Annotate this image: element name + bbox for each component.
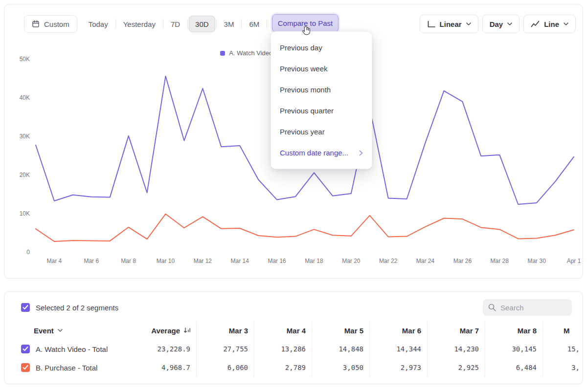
value-cell: 2,789 bbox=[254, 358, 312, 377]
y-axis-tick: 50K bbox=[20, 56, 30, 63]
separator bbox=[267, 19, 267, 29]
axis-icon bbox=[427, 21, 435, 28]
column-header-mar-7: Mar 7 bbox=[427, 321, 485, 340]
x-axis-tick: Mar 22 bbox=[379, 258, 398, 264]
segments-table: EventAverageMar 3Mar 4Mar 5Mar 6Mar 7Mar… bbox=[4, 321, 583, 380]
column-header-event[interactable]: Event bbox=[4, 321, 141, 340]
column-header-clipped: M bbox=[542, 321, 583, 340]
menu-item-label: Previous quarter bbox=[280, 107, 334, 115]
value-cell: 4,968.7 bbox=[141, 358, 196, 377]
y-axis-tick: 20K bbox=[20, 172, 30, 178]
value-cell: 2,925 bbox=[427, 358, 485, 377]
legend-swatch bbox=[220, 51, 225, 56]
x-axis-tick: Mar 6 bbox=[84, 258, 99, 264]
table-row-event[interactable]: A. Watch Video - Total bbox=[4, 340, 141, 358]
calendar-icon bbox=[32, 20, 40, 28]
series-line-purchase[interactable] bbox=[36, 214, 574, 241]
value-cell: 6,060 bbox=[196, 358, 254, 377]
column-header-mar-4: Mar 4 bbox=[254, 321, 312, 340]
table-row-event[interactable]: B. Purchase - Total bbox=[4, 358, 141, 377]
menu-item-previous-week[interactable]: Previous week bbox=[271, 58, 372, 79]
day-dropdown-button[interactable]: Day bbox=[482, 15, 520, 33]
menu-item-previous-month[interactable]: Previous month bbox=[271, 79, 372, 100]
line-chart-icon bbox=[531, 21, 540, 27]
value-cell: 14,848 bbox=[312, 340, 369, 358]
search-icon bbox=[488, 303, 497, 312]
line-label: Line bbox=[544, 20, 559, 28]
x-axis-tick: Mar 24 bbox=[416, 258, 435, 264]
segments-header-bar: Selected 2 of 2 segments bbox=[21, 299, 572, 316]
column-header-mar-5: Mar 5 bbox=[312, 321, 369, 340]
value-cell: 13,286 bbox=[254, 340, 312, 358]
row-checkbox[interactable] bbox=[21, 345, 30, 353]
x-axis-tick: Mar 18 bbox=[305, 258, 323, 264]
chevron-down-icon bbox=[507, 22, 512, 25]
column-header-mar-8: Mar 8 bbox=[485, 321, 542, 340]
range-button-6m[interactable]: 6M bbox=[243, 16, 266, 32]
value-cell: 3,050 bbox=[312, 358, 369, 377]
value-cell: 3, bbox=[542, 358, 583, 377]
menu-item-custom-date-range[interactable]: Custom date range... bbox=[271, 142, 372, 163]
search-box[interactable] bbox=[483, 299, 572, 316]
separator bbox=[115, 19, 116, 29]
separator bbox=[187, 19, 188, 29]
search-input[interactable] bbox=[500, 304, 567, 312]
y-axis-tick: 0 bbox=[26, 249, 30, 256]
day-label: Day bbox=[490, 20, 503, 28]
custom-date-button[interactable]: Custom bbox=[24, 15, 77, 33]
x-axis-tick: Mar 16 bbox=[268, 258, 286, 264]
chart-options-group: LinearDayLine bbox=[420, 15, 576, 33]
range-button-3m[interactable]: 3M bbox=[218, 16, 241, 32]
separator bbox=[216, 19, 217, 29]
chevron-right-icon bbox=[359, 150, 363, 156]
segments-panel: Selected 2 of 2 segments EventAverageMar… bbox=[4, 291, 583, 384]
menu-item-label: Previous week bbox=[280, 65, 328, 73]
value-cell: 14,230 bbox=[427, 340, 485, 358]
value-cell: 14,344 bbox=[369, 340, 427, 358]
column-header-average[interactable]: Average bbox=[141, 321, 196, 340]
x-axis-tick: Mar 12 bbox=[194, 258, 212, 264]
sort-icon[interactable] bbox=[183, 327, 191, 334]
x-axis-tick: Mar 10 bbox=[157, 258, 175, 264]
menu-item-previous-day[interactable]: Previous day bbox=[271, 37, 372, 58]
range-button-30d[interactable]: 30D bbox=[189, 16, 215, 32]
column-header-mar-6: Mar 6 bbox=[369, 321, 427, 340]
compare-to-past-button[interactable]: Compare to Past bbox=[272, 14, 339, 32]
value-cell: 2,973 bbox=[369, 358, 427, 377]
x-axis-tick: Mar 26 bbox=[453, 258, 472, 264]
range-button-yesterday[interactable]: Yesterday bbox=[117, 16, 162, 32]
range-button-7d[interactable]: 7D bbox=[164, 16, 186, 32]
menu-item-label: Previous day bbox=[280, 44, 322, 52]
line-dropdown-button[interactable]: Line bbox=[523, 15, 576, 33]
value-cell: 15, bbox=[542, 340, 583, 358]
row-checkbox[interactable] bbox=[21, 363, 30, 372]
chevron-down-icon bbox=[466, 22, 471, 25]
column-header-mar-3: Mar 3 bbox=[196, 321, 254, 340]
menu-item-previous-quarter[interactable]: Previous quarter bbox=[271, 100, 372, 121]
value-cell: 27,755 bbox=[196, 340, 254, 358]
menu-item-label: Previous year bbox=[280, 128, 325, 136]
x-axis-tick: Mar 8 bbox=[121, 258, 136, 264]
range-button-today[interactable]: Today bbox=[82, 16, 114, 32]
linear-dropdown-button[interactable]: Linear bbox=[420, 15, 478, 33]
date-range-group: TodayYesterday7D30D3M6M12M bbox=[82, 16, 295, 32]
menu-item-previous-year[interactable]: Previous year bbox=[271, 121, 372, 142]
value-cell: 30,145 bbox=[485, 340, 542, 358]
x-axis-tick: Apr 1 bbox=[567, 258, 581, 264]
chevron-down-icon bbox=[58, 329, 63, 332]
row-label: B. Purchase - Total bbox=[36, 364, 97, 372]
chevron-down-icon bbox=[564, 22, 568, 25]
custom-label: Custom bbox=[44, 20, 69, 28]
select-all-checkbox[interactable] bbox=[21, 303, 30, 312]
value-cell: 23,228.9 bbox=[141, 340, 196, 358]
separator bbox=[241, 19, 242, 29]
row-label: A. Watch Video - Total bbox=[36, 345, 108, 353]
y-axis-tick: 40K bbox=[20, 94, 30, 101]
selection-label: Selected 2 of 2 segments bbox=[36, 304, 118, 312]
y-axis-tick: 30K bbox=[20, 133, 30, 140]
menu-item-label: Custom date range... bbox=[280, 149, 348, 157]
compare-to-past-menu: Previous dayPrevious weekPrevious monthP… bbox=[271, 31, 372, 169]
x-axis-tick: Mar 28 bbox=[491, 258, 509, 264]
menu-item-label: Previous month bbox=[280, 86, 331, 94]
x-axis-tick: Mar 20 bbox=[342, 258, 361, 264]
